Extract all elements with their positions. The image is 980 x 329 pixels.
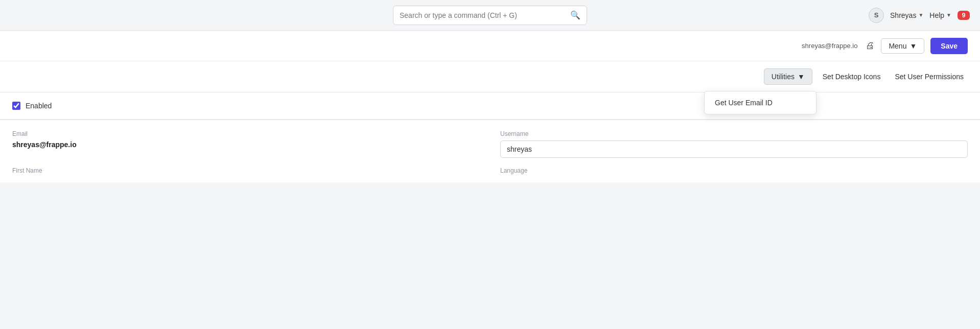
first-name-col: First Name [12, 167, 480, 174]
toolbar-user-email: shreyas@frappe.io [802, 42, 857, 50]
email-value: shreyas@frappe.io [12, 139, 480, 150]
language-col: Language [500, 167, 968, 174]
menu-button[interactable]: Menu ▼ [881, 38, 924, 54]
search-bar[interactable]: 🔍 [393, 6, 587, 25]
navbar-right: S Shreyas ▼ Help ▼ 9 [869, 8, 970, 23]
email-col: Email shreyas@frappe.io [12, 130, 480, 158]
menu-chevron-icon: ▼ [909, 42, 917, 50]
navbar-center: 🔍 [393, 6, 587, 25]
get-user-email-id-item[interactable]: Get User Email ID [705, 91, 816, 114]
print-icon[interactable]: 🖨 [866, 40, 875, 51]
search-input[interactable] [400, 11, 566, 19]
first-name-label: First Name [12, 167, 480, 174]
user-name-label: Shreyas [890, 11, 916, 19]
enabled-checkbox[interactable] [12, 102, 20, 110]
search-icon: 🔍 [570, 10, 580, 20]
user-menu-button[interactable]: Shreyas ▼ [890, 11, 923, 19]
utilities-button[interactable]: Utilities ▼ [764, 68, 812, 85]
utilities-dropdown: Get User Email ID [704, 91, 816, 114]
username-input[interactable] [500, 140, 968, 158]
utilities-chevron-icon: ▼ [798, 73, 805, 81]
username-label: Username [500, 130, 968, 137]
help-label: Help [929, 11, 944, 19]
help-chevron-icon: ▼ [946, 12, 951, 18]
utilities-label: Utilities [772, 73, 795, 81]
set-desktop-icons-button[interactable]: Set Desktop Icons [819, 69, 885, 84]
notification-badge[interactable]: 9 [958, 11, 970, 20]
avatar: S [869, 8, 884, 23]
navbar: 🔍 S Shreyas ▼ Help ▼ 9 [0, 0, 980, 31]
form-fields-section: Email shreyas@frappe.io Username First N… [0, 120, 980, 182]
user-chevron-icon: ▼ [918, 12, 923, 18]
save-button[interactable]: Save [930, 38, 968, 54]
utilities-row: Utilities ▼ Set Desktop Icons Set User P… [0, 61, 980, 92]
menu-label: Menu [889, 42, 906, 50]
form-row-email-username: Email shreyas@frappe.io Username [12, 130, 968, 158]
form-section: Utilities ▼ Set Desktop Icons Set User P… [0, 61, 980, 120]
form-row-firstname-language: First Name Language [12, 167, 968, 174]
toolbar-bar: shreyas@frappe.io 🖨 Menu ▼ Save [0, 31, 980, 61]
enabled-label: Enabled [26, 102, 52, 110]
set-user-permissions-button[interactable]: Set User Permissions [891, 69, 968, 84]
help-button[interactable]: Help ▼ [929, 11, 951, 19]
language-label: Language [500, 167, 968, 174]
email-label: Email [12, 130, 480, 137]
enabled-row: Enabled [0, 92, 980, 120]
username-col: Username [500, 130, 968, 158]
